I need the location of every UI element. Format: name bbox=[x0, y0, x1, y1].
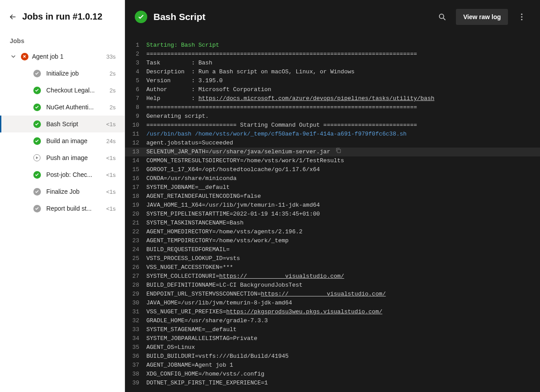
search-button[interactable] bbox=[435, 9, 450, 24]
more-menu-button[interactable] bbox=[514, 9, 529, 24]
log-line[interactable]: 1Starting: Bash Script bbox=[125, 41, 540, 50]
step-label: Initialize job bbox=[46, 70, 104, 77]
log-line[interactable]: 9Generating script. bbox=[125, 112, 540, 121]
line-number: 1 bbox=[125, 41, 146, 50]
log-line[interactable]: 11/usr/bin/bash /home/vsts/work/_temp/cf… bbox=[125, 130, 540, 139]
step-row[interactable]: Report build st...<1s bbox=[0, 200, 125, 217]
sidebar-header: Jobs in run #1.0.12 bbox=[0, 0, 125, 33]
log-line[interactable]: 21SYSTEM_TASKINSTANCENAME=Bash bbox=[125, 219, 540, 228]
log-line[interactable]: 13SELENIUM_JAR_PATH=/usr/share/java/sele… bbox=[125, 148, 540, 156]
line-text: CONDA=/usr/share/miniconda bbox=[146, 174, 531, 183]
log-line[interactable]: 22AGENT_HOMEDIRECTORY=/home/vsts/agents/… bbox=[125, 228, 540, 236]
line-number: 4 bbox=[125, 68, 146, 76]
log-line[interactable]: 8=======================================… bbox=[125, 103, 540, 112]
log-line[interactable]: 36BUILD_BUILDURI=vstfs:///Build/Build/41… bbox=[125, 352, 540, 361]
log-line[interactable]: 19JAVA_HOME_11_X64=/usr/lib/jvm/temurin-… bbox=[125, 201, 540, 210]
svg-point-0 bbox=[439, 14, 444, 19]
line-text: BUILD_REQUESTEDFOREMAIL= bbox=[146, 245, 531, 254]
line-number: 20 bbox=[125, 210, 146, 219]
log-line[interactable]: 3Task : Bash bbox=[125, 59, 540, 68]
line-number: 5 bbox=[125, 76, 146, 85]
line-text: Author : Microsoft Corporation bbox=[146, 85, 531, 94]
log-line[interactable]: 29ENDPOINT_URL_SYSTEMVSSCONNECTION=https… bbox=[125, 290, 540, 299]
line-text: ========================================… bbox=[146, 103, 531, 112]
step-duration: 24s bbox=[106, 138, 118, 144]
step-duration: <1s bbox=[106, 155, 118, 161]
log-link[interactable]: https://pkgsprodsu3weu.pkgs.visualstudio… bbox=[226, 308, 382, 315]
step-duration: <1s bbox=[106, 121, 118, 128]
log-line[interactable]: 39DOTNET_SKIP_FIRST_TIME_EXPERIENCE=1 bbox=[125, 379, 540, 388]
log-line[interactable]: 20SYSTEM_PIPELINESTARTTIME=2022-01-19 14… bbox=[125, 210, 540, 219]
log-line[interactable]: 35AGENT_OS=Linux bbox=[125, 343, 540, 352]
line-text: VSTS_PROCESS_LOOKUP_ID=vsts bbox=[146, 254, 531, 263]
log-line[interactable]: 7Help : https://docs.microsoft.com/azure… bbox=[125, 94, 540, 103]
step-label: NuGet Authenti... bbox=[46, 104, 104, 111]
step-status-icon bbox=[33, 171, 41, 179]
step-row[interactable]: Bash Script<1s bbox=[0, 116, 125, 132]
step-row[interactable]: Post-job: Chec...<1s bbox=[0, 166, 125, 183]
chevron-down-icon[interactable] bbox=[10, 54, 17, 59]
line-number: 8 bbox=[125, 103, 146, 112]
log-line[interactable]: 16CONDA=/usr/share/miniconda bbox=[125, 174, 540, 183]
step-row[interactable]: Checkout Legal...2s bbox=[0, 82, 125, 99]
step-duration: 2s bbox=[109, 70, 118, 77]
log-output[interactable]: 1Starting: Bash Script2=================… bbox=[125, 33, 540, 392]
line-text: DOTNET_SKIP_FIRST_TIME_EXPERIENCE=1 bbox=[146, 379, 531, 388]
step-row[interactable]: Initialize job2s bbox=[0, 65, 125, 82]
log-line[interactable]: 30JAVA_HOME=/usr/lib/jvm/temurin-8-jdk-a… bbox=[125, 299, 540, 308]
line-text: BUILD_BUILDURI=vstfs:///Build/Build/4194… bbox=[146, 352, 531, 361]
log-line[interactable]: 12agent.jobstatus=Succeeded bbox=[125, 139, 540, 148]
log-line[interactable]: 14COMMON_TESTRESULTSDIRECTORY=/home/vsts… bbox=[125, 156, 540, 165]
log-line[interactable]: 24BUILD_REQUESTEDFOREMAIL= bbox=[125, 245, 540, 254]
line-text: SYSTEM_TASKINSTANCENAME=Bash bbox=[146, 219, 531, 228]
view-raw-log-button[interactable]: View raw log bbox=[456, 9, 508, 25]
log-line[interactable]: 23AGENT_TEMPDIRECTORY=/home/vsts/work/_t… bbox=[125, 236, 540, 245]
line-text: SYSTEM_STAGENAME=__default bbox=[146, 325, 531, 334]
line-number: 2 bbox=[125, 50, 146, 59]
success-icon bbox=[135, 11, 147, 23]
step-status-icon bbox=[33, 120, 41, 128]
svg-point-1 bbox=[521, 13, 522, 15]
line-number: 26 bbox=[125, 263, 146, 272]
svg-point-3 bbox=[521, 19, 522, 20]
step-duration: <1s bbox=[106, 205, 118, 212]
back-button[interactable] bbox=[8, 12, 18, 22]
line-number: 13 bbox=[125, 148, 146, 156]
log-line[interactable]: 5Version : 3.195.0 bbox=[125, 76, 540, 85]
log-line[interactable]: 34SYSTEM_JOBPARALLELISMTAG=Private bbox=[125, 334, 540, 343]
log-line[interactable]: 25VSTS_PROCESS_LOOKUP_ID=vsts bbox=[125, 254, 540, 263]
step-row[interactable]: Push an image<1s bbox=[0, 149, 125, 166]
log-line[interactable]: 33SYSTEM_STAGENAME=__default bbox=[125, 325, 540, 334]
job-row[interactable]: Agent job 1 33s bbox=[0, 48, 125, 65]
line-number: 33 bbox=[125, 325, 146, 334]
log-line[interactable]: 26VSS_NUGET_ACCESSTOKEN=*** bbox=[125, 263, 540, 272]
step-row[interactable]: Finalize Job<1s bbox=[0, 183, 125, 200]
log-line[interactable]: 32GRADLE_HOME=/usr/share/gradle-7.3.3 bbox=[125, 316, 540, 325]
log-line[interactable]: 6Author : Microsoft Corporation bbox=[125, 85, 540, 94]
step-status-icon bbox=[33, 154, 41, 162]
log-line[interactable]: 27SYSTEM_COLLECTIONURI=https:// visualst… bbox=[125, 272, 540, 281]
log-link[interactable]: https://docs.microsoft.com/azure/devops/… bbox=[198, 95, 435, 102]
log-line[interactable]: 38XDG_CONFIG_HOME=/home/vsts/.config bbox=[125, 370, 540, 379]
step-label: Finalize Job bbox=[46, 188, 101, 195]
step-row[interactable]: Build an image24s bbox=[0, 132, 125, 149]
log-line[interactable]: 15GOROOT_1_17_X64=/opt/hostedtoolcache/g… bbox=[125, 165, 540, 174]
line-number: 10 bbox=[125, 121, 146, 130]
log-line[interactable]: 17SYSTEM_JOBNAME=__default bbox=[125, 183, 540, 192]
step-row[interactable]: NuGet Authenti...2s bbox=[0, 99, 125, 116]
step-duration: 2s bbox=[109, 104, 118, 111]
line-number: 27 bbox=[125, 272, 146, 281]
log-line[interactable]: 2=======================================… bbox=[125, 50, 540, 59]
line-number: 6 bbox=[125, 85, 146, 94]
copy-icon[interactable] bbox=[335, 148, 341, 156]
log-link[interactable]: https:// visualstudio.com/ bbox=[261, 291, 386, 297]
log-line[interactable]: 31VSS_NUGET_URI_PREFIXES=https://pkgspro… bbox=[125, 308, 540, 316]
log-line[interactable]: 28BUILD_DEFINITIONNAME=LC-CI BackgroundJ… bbox=[125, 281, 540, 290]
line-text: JAVA_HOME=/usr/lib/jvm/temurin-8-jdk-amd… bbox=[146, 299, 531, 308]
log-line[interactable]: 37AGENT_JOBNAME=Agent job 1 bbox=[125, 361, 540, 370]
log-link[interactable]: https:// visualstudio.com/ bbox=[219, 273, 344, 280]
log-line[interactable]: 4Description : Run a Bash script on macO… bbox=[125, 68, 540, 76]
log-line[interactable]: 18AGENT_RETAINDEFAULTENCODING=false bbox=[125, 192, 540, 201]
log-line[interactable]: 10========================== Starting Co… bbox=[125, 121, 540, 130]
line-number: 18 bbox=[125, 192, 146, 201]
